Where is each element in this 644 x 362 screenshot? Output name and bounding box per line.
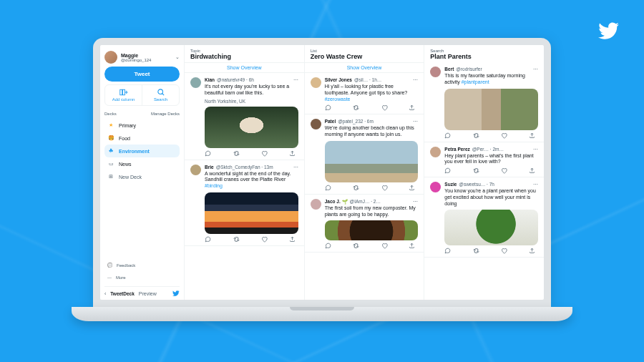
deck-list: ★ Primary 🍔 Food ☘ Environment ▭ News ⊞ … xyxy=(104,119,180,183)
like-button[interactable] xyxy=(261,236,268,243)
like-button[interactable] xyxy=(381,243,388,249)
reply-button[interactable] xyxy=(325,185,331,191)
column-header[interactable]: List Zero Waste Crew xyxy=(305,45,424,62)
retweet-button[interactable] xyxy=(233,236,240,243)
reply-button[interactable] xyxy=(444,132,451,139)
columns: Topic BirdwatchingShow Overview Kian @na… xyxy=(185,45,544,300)
preview-label: Preview xyxy=(139,291,157,296)
tweet-text: A wonderful sight at the end of the day.… xyxy=(205,171,298,190)
share-button[interactable] xyxy=(409,185,415,191)
collapse-button[interactable]: ‹ xyxy=(104,291,106,296)
hashtag[interactable]: #zerowaste xyxy=(325,97,351,102)
deck-item-news[interactable]: ▭ News xyxy=(104,157,180,170)
reply-button[interactable] xyxy=(325,104,331,111)
like-button[interactable] xyxy=(261,150,268,157)
chat-icon: 💬 xyxy=(107,263,112,268)
tweet-actions xyxy=(205,150,298,157)
deck-item-food[interactable]: 🍔 Food xyxy=(104,132,180,145)
tweet-handle: @naturelvr49 · 6h xyxy=(217,77,254,82)
svg-rect-1 xyxy=(122,89,125,95)
avatar xyxy=(430,67,441,77)
reply-button[interactable] xyxy=(205,150,211,157)
tweet[interactable]: Suzie @sweetsu… · 7h ⋯ You know you're a… xyxy=(424,177,544,258)
reply-button[interactable] xyxy=(444,248,451,254)
share-button[interactable] xyxy=(289,150,296,157)
like-button[interactable] xyxy=(381,185,388,191)
column-title: Plant Parents xyxy=(430,53,538,60)
tweet-actions xyxy=(325,104,419,111)
column-header[interactable]: Topic Birdwatching xyxy=(185,45,304,62)
more-link[interactable]: ⋯ More xyxy=(104,273,180,282)
hashtag[interactable]: #birding xyxy=(205,183,223,188)
share-button[interactable] xyxy=(409,104,415,111)
tweet-author: Brie xyxy=(205,165,214,170)
tweet-image[interactable] xyxy=(444,210,538,245)
tweet-actions xyxy=(325,243,419,249)
avatar xyxy=(190,165,201,175)
tweet[interactable]: Bert @rodrisurfer ⋯ This is my favorite … xyxy=(424,62,544,142)
show-overview-link[interactable]: Show Overview xyxy=(305,62,424,73)
show-overview-link[interactable]: Show Overview xyxy=(185,62,304,73)
retweet-button[interactable] xyxy=(472,132,480,139)
tweet-more-icon[interactable]: ⋯ xyxy=(533,147,538,152)
deck-item-environment[interactable]: ☘ Environment xyxy=(104,145,180,157)
tweet-more-icon[interactable]: ⋯ xyxy=(413,77,418,83)
share-button[interactable] xyxy=(529,248,535,254)
share-button[interactable] xyxy=(529,167,535,174)
retweet-button[interactable] xyxy=(352,243,360,249)
retweet-button[interactable] xyxy=(352,185,360,191)
tweet-image[interactable] xyxy=(205,107,298,148)
tweet-more-icon[interactable]: ⋯ xyxy=(413,119,418,124)
deck-item-new[interactable]: ⊞ New Deck xyxy=(104,170,180,183)
tweet-text: Hi y'all – looking for plastic free toot… xyxy=(325,84,419,102)
reply-button[interactable] xyxy=(325,243,331,249)
column: Search Plant Parents Bert @rodrisurfer ⋯… xyxy=(424,45,544,300)
tweet-more-icon[interactable]: ⋯ xyxy=(293,165,298,170)
tweet-handle: @patel_232 · 6m xyxy=(338,119,374,124)
like-button[interactable] xyxy=(501,132,507,139)
retweet-button[interactable] xyxy=(352,104,360,111)
retweet-button[interactable] xyxy=(472,167,480,174)
tweet[interactable]: Petra Perez @Per… · 2m… ⋯ Hey plant pare… xyxy=(424,142,544,178)
account-switcher[interactable]: Maggie @domingo_124 ⌄ xyxy=(104,51,180,64)
tweet-image[interactable] xyxy=(325,141,419,182)
search-button[interactable]: Search xyxy=(142,85,179,105)
share-button[interactable] xyxy=(409,243,415,249)
avatar xyxy=(430,182,441,192)
tweet-button[interactable]: Tweet xyxy=(104,67,180,82)
tweet-actions xyxy=(444,132,538,139)
hashtag[interactable]: #plantparent xyxy=(462,79,489,84)
manage-decks-link[interactable]: Manage Decks xyxy=(151,112,180,116)
share-button[interactable] xyxy=(529,132,535,139)
tweet-more-icon[interactable]: ⋯ xyxy=(413,199,418,205)
tweet-handle: @Sktch_ComedyFan · 13m xyxy=(216,165,273,170)
tweet-more-icon[interactable]: ⋯ xyxy=(293,77,298,83)
retweet-button[interactable] xyxy=(233,150,240,157)
retweet-button[interactable] xyxy=(472,248,480,254)
share-button[interactable] xyxy=(289,236,296,243)
tweet-more-icon[interactable]: ⋯ xyxy=(533,182,538,187)
laptop-mockup: Maggie @domingo_124 ⌄ Tweet Add column S… xyxy=(93,38,551,324)
reply-button[interactable] xyxy=(205,236,211,243)
feedback-link[interactable]: 💬 Feedback xyxy=(104,260,180,270)
tweet[interactable]: Brie @Sktch_ComedyFan · 13m ⋯ A wonderfu… xyxy=(185,160,304,246)
column-header[interactable]: Search Plant Parents xyxy=(424,45,544,62)
tweet-more-icon[interactable]: ⋯ xyxy=(533,67,538,72)
tweet-image[interactable] xyxy=(205,192,298,234)
tweet-image[interactable] xyxy=(325,220,419,240)
tweet[interactable]: Silver Jones @sil… · 1h… ⋯ Hi y'all – lo… xyxy=(305,73,424,114)
like-button[interactable] xyxy=(501,248,507,254)
like-button[interactable] xyxy=(501,167,507,174)
sidebar: Maggie @domingo_124 ⌄ Tweet Add column S… xyxy=(100,45,185,300)
deck-item-primary[interactable]: ★ Primary xyxy=(104,119,180,132)
leaf-icon: ☘ xyxy=(107,148,114,154)
reply-button[interactable] xyxy=(444,167,451,174)
avatar xyxy=(311,119,321,129)
tweet[interactable]: Kian @naturelvr49 · 6h ⋯ It's not every … xyxy=(185,73,304,160)
like-button[interactable] xyxy=(381,104,388,111)
decks-header: Decks xyxy=(104,112,117,116)
tweet[interactable]: Patel @patel_232 · 6m ⋯ We're doing anot… xyxy=(305,114,424,195)
tweet-image[interactable] xyxy=(444,89,538,130)
add-column-button[interactable]: Add column xyxy=(105,85,142,105)
tweet[interactable]: Jaco J. 🌱 @IAmJ… · 2… ⋯ The first soil f… xyxy=(305,195,424,253)
